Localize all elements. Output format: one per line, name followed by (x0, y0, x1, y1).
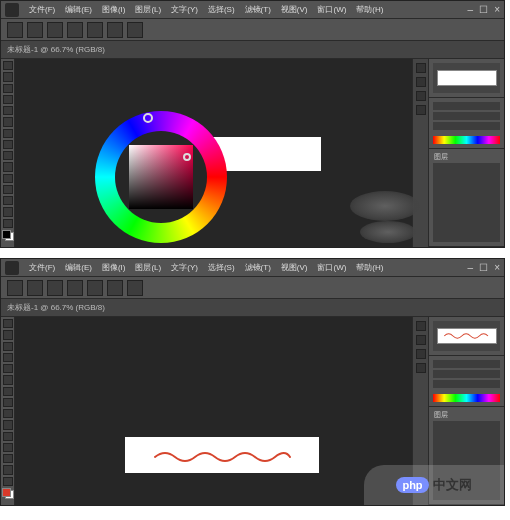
lasso-tool-icon[interactable] (3, 84, 13, 93)
color-slider[interactable] (433, 122, 500, 130)
sb-marker-icon[interactable] (183, 153, 191, 161)
hud-color-picker[interactable] (95, 111, 227, 243)
gradient-tool-icon[interactable] (3, 162, 13, 171)
menu-image[interactable]: 图像(I) (98, 2, 130, 17)
navigator-preview[interactable] (433, 321, 500, 351)
lasso-tool-icon[interactable] (3, 342, 13, 351)
canvas-area[interactable] (15, 59, 412, 247)
panel-icon[interactable] (416, 335, 426, 345)
panel-icon[interactable] (416, 77, 426, 87)
option-control[interactable] (47, 280, 63, 296)
pen-tool-icon[interactable] (3, 174, 13, 183)
shape-tool-icon[interactable] (3, 454, 13, 463)
menu-view[interactable]: 视图(V) (277, 2, 312, 17)
menu-select[interactable]: 选择(S) (204, 2, 239, 17)
color-spectrum[interactable] (433, 394, 500, 402)
color-slider[interactable] (433, 360, 500, 368)
option-control[interactable] (127, 280, 143, 296)
menu-help[interactable]: 帮助(H) (352, 2, 387, 17)
type-tool-icon[interactable] (3, 443, 13, 452)
window-minimize-icon[interactable]: – (468, 4, 474, 15)
menu-type[interactable]: 文字(Y) (167, 2, 202, 17)
stamp-tool-icon[interactable] (3, 398, 13, 407)
type-tool-icon[interactable] (3, 185, 13, 194)
marquee-tool-icon[interactable] (3, 330, 13, 339)
hue-marker-icon[interactable] (143, 113, 153, 123)
menu-edit[interactable]: 编辑(E) (61, 2, 96, 17)
option-control[interactable] (47, 22, 63, 38)
crop-tool-icon[interactable] (3, 106, 13, 115)
foreground-color-swatch[interactable] (2, 230, 11, 239)
window-maximize-icon[interactable]: ☐ (479, 4, 488, 15)
window-maximize-icon[interactable]: ☐ (479, 262, 488, 273)
gradient-tool-icon[interactable] (3, 420, 13, 429)
move-tool-icon[interactable] (3, 319, 13, 328)
menu-file[interactable]: 文件(F) (25, 260, 59, 275)
eyedropper-tool-icon[interactable] (3, 117, 13, 126)
eraser-tool-icon[interactable] (3, 409, 13, 418)
option-control[interactable] (87, 22, 103, 38)
color-slider[interactable] (433, 112, 500, 120)
zoom-tool-icon[interactable] (3, 477, 13, 486)
brush-tool-icon[interactable] (3, 387, 13, 396)
color-swatches[interactable] (2, 488, 14, 499)
color-spectrum[interactable] (433, 136, 500, 144)
menu-window[interactable]: 窗口(W) (313, 260, 350, 275)
window-minimize-icon[interactable]: – (468, 262, 474, 273)
menu-filter[interactable]: 滤镜(T) (241, 2, 275, 17)
document-tab[interactable]: 未标题-1 @ 66.7% (RGB/8) (7, 44, 105, 55)
panel-icon[interactable] (416, 91, 426, 101)
brush-tool-icon[interactable] (3, 129, 13, 138)
panel-icon[interactable] (416, 349, 426, 359)
option-control[interactable] (107, 280, 123, 296)
option-control[interactable] (127, 22, 143, 38)
tool-preset-icon[interactable] (7, 22, 23, 38)
menu-help[interactable]: 帮助(H) (352, 260, 387, 275)
window-close-icon[interactable]: × (494, 4, 500, 15)
menu-edit[interactable]: 编辑(E) (61, 260, 96, 275)
color-slider[interactable] (433, 380, 500, 388)
document-tab[interactable]: 未标题-1 @ 66.7% (RGB/8) (7, 302, 105, 313)
menu-window[interactable]: 窗口(W) (313, 2, 350, 17)
wand-tool-icon[interactable] (3, 353, 13, 362)
crop-tool-icon[interactable] (3, 364, 13, 373)
hand-tool-icon[interactable] (3, 207, 13, 216)
option-control[interactable] (107, 22, 123, 38)
color-slider[interactable] (433, 102, 500, 110)
tool-preset-icon[interactable] (7, 280, 23, 296)
option-control[interactable] (67, 280, 83, 296)
saturation-brightness-square[interactable] (129, 145, 193, 209)
color-slider[interactable] (433, 370, 500, 378)
window-close-icon[interactable]: × (494, 262, 500, 273)
menu-select[interactable]: 选择(S) (204, 260, 239, 275)
color-swatches[interactable] (2, 230, 14, 241)
menu-filter[interactable]: 滤镜(T) (241, 260, 275, 275)
menu-image[interactable]: 图像(I) (98, 260, 130, 275)
navigator-preview[interactable] (433, 63, 500, 93)
pen-tool-icon[interactable] (3, 432, 13, 441)
panel-icon[interactable] (416, 63, 426, 73)
move-tool-icon[interactable] (3, 61, 13, 70)
marquee-tool-icon[interactable] (3, 72, 13, 81)
menu-type[interactable]: 文字(Y) (167, 260, 202, 275)
wand-tool-icon[interactable] (3, 95, 13, 104)
option-control[interactable] (27, 22, 43, 38)
menu-layer[interactable]: 图层(L) (131, 2, 165, 17)
zoom-tool-icon[interactable] (3, 219, 13, 228)
panel-icon[interactable] (416, 321, 426, 331)
option-control[interactable] (67, 22, 83, 38)
foreground-color-swatch[interactable] (2, 488, 11, 497)
eraser-tool-icon[interactable] (3, 151, 13, 160)
panel-icon[interactable] (416, 363, 426, 373)
stamp-tool-icon[interactable] (3, 140, 13, 149)
hand-tool-icon[interactable] (3, 465, 13, 474)
menu-file[interactable]: 文件(F) (25, 2, 59, 17)
menu-layer[interactable]: 图层(L) (131, 260, 165, 275)
option-control[interactable] (27, 280, 43, 296)
shape-tool-icon[interactable] (3, 196, 13, 205)
eyedropper-tool-icon[interactable] (3, 375, 13, 384)
canvas-area[interactable] (15, 317, 412, 505)
menu-view[interactable]: 视图(V) (277, 260, 312, 275)
option-control[interactable] (87, 280, 103, 296)
layers-list[interactable] (433, 163, 500, 242)
